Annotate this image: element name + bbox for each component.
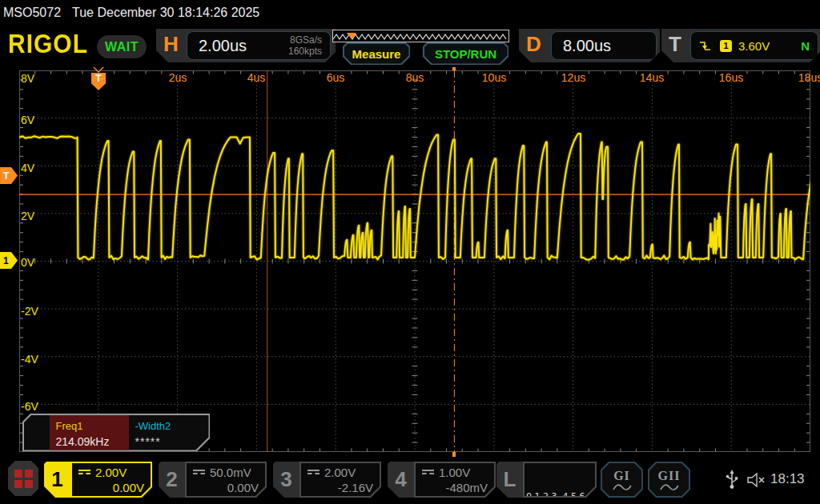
digital-channels-status[interactable]: L 0 1 2 3 4 5 6 7 8 9 1011 12131415	[496, 462, 597, 498]
channel2-scale: 50.0mV	[210, 466, 251, 479]
volt-label: 6V	[21, 114, 34, 126]
delay-cursor-tick	[452, 67, 456, 70]
channel1-status[interactable]: 1 2.00V 0.00V	[44, 462, 152, 498]
channel3-status[interactable]: 3 2.00V -2.16V	[273, 462, 381, 498]
measure-button-label: Measure	[344, 44, 409, 64]
channel4-offset: -480mV	[422, 481, 488, 494]
sine-wave-icon	[613, 483, 632, 491]
bottom-status-bar: 1 2.00V 0.00V 2 50.0mV 0.00V 3 2.00V -2.…	[0, 458, 820, 504]
channel2-tab[interactable]: 2	[159, 462, 185, 498]
d-label: D	[526, 32, 541, 57]
falling-edge-icon	[699, 40, 712, 51]
delay-value: 8.00us	[552, 37, 611, 55]
time-label: 12us	[545, 71, 601, 84]
dc-coupling-icon	[78, 470, 90, 475]
volt-label: 8V	[21, 72, 34, 85]
channel4-tab[interactable]: 4	[388, 462, 414, 498]
channel2-status[interactable]: 2 50.0mV 0.00V	[159, 462, 267, 498]
time-label: 14us	[624, 71, 680, 84]
stop-run-button-label: STOP/RUN	[424, 44, 508, 64]
oscilloscope-screen: MSO5072 Tue December 30 18:14:26 2025 RI…	[0, 0, 820, 504]
trigger-position-pointer-icon[interactable]	[93, 67, 104, 73]
clock: 18:13	[770, 471, 805, 487]
measurement-item-freq1[interactable]: Freq1 214.09kHz	[50, 415, 129, 450]
time-label: 6us	[308, 71, 364, 84]
trigger-panel[interactable]: T 1 3.60V N	[661, 29, 820, 62]
generator2-label: GII	[658, 469, 681, 483]
measurement-results-box[interactable]: Freq1 214.09kHz -Width2 *****	[22, 414, 210, 451]
model-name: MSO5072	[3, 6, 61, 20]
dc-coupling-icon	[308, 470, 320, 475]
channel1-tab[interactable]: 1	[44, 462, 70, 498]
t-label: T	[669, 32, 681, 57]
timebase-value: 2.00us	[187, 37, 247, 55]
generator1-label: GI	[613, 469, 630, 483]
time-label: 16us	[703, 71, 759, 84]
time-label: 18us	[782, 71, 820, 84]
horizontal-scale-panel[interactable]: H 2.00us 8GSa/s 160kpts	[156, 29, 336, 62]
dc-coupling-icon	[422, 470, 434, 475]
time-label: 8us	[387, 71, 443, 84]
volt-label: -6V	[21, 400, 38, 413]
delay-panel[interactable]: D 8.00us	[519, 29, 660, 62]
stop-run-button[interactable]: STOP/RUN	[423, 42, 508, 65]
graticule-area: 8V 6V 4V 2V 0V -2V -4V -6V 2us 4us 6us 8…	[0, 67, 820, 458]
speaker-muted-icon	[747, 472, 768, 488]
grid-icon	[14, 470, 33, 488]
generator1-button[interactable]: GI	[601, 462, 643, 498]
horizontal-position-indicator[interactable]	[332, 30, 509, 42]
memory-depth: 160kpts	[288, 46, 322, 57]
trigger-source-badge: 1	[720, 40, 732, 52]
acquisition-status-badge: WAIT	[97, 35, 147, 58]
title-bar: MSO5072 Tue December 30 18:14:26 2025	[0, 0, 820, 24]
measurement-name: Freq1	[56, 420, 123, 432]
h-label: H	[163, 32, 179, 57]
sample-rate: 8GSa/s	[288, 34, 322, 46]
volt-label: 0V	[21, 256, 34, 269]
trigger-level-value: 3.60V	[738, 39, 770, 53]
usb-icon	[725, 470, 739, 490]
volt-label: 4V	[21, 162, 34, 174]
channel4-status[interactable]: 4 1.00V -480mV	[388, 462, 496, 498]
time-label: 2us	[150, 71, 206, 84]
measurement-value: 214.09kHz	[56, 435, 123, 448]
menu-grid-button[interactable]	[8, 461, 38, 496]
channel3-tab[interactable]: 3	[273, 462, 299, 498]
channel3-scale: 2.00V	[324, 466, 356, 479]
generator2-button[interactable]: GII	[648, 462, 690, 498]
datetime: Tue December 30 18:14:26 2025	[72, 6, 259, 20]
measurement-value: *****	[135, 435, 171, 448]
channel3-offset: -2.16V	[308, 481, 373, 494]
time-label: 4us	[228, 71, 284, 84]
dc-coupling-icon	[193, 470, 205, 475]
trigger-level-marker[interactable]: T	[0, 167, 18, 184]
channel4-scale: 1.00V	[439, 466, 470, 479]
waveform-display	[19, 70, 810, 452]
volt-label: -4V	[21, 353, 38, 366]
delay-cursor-tick	[452, 452, 456, 457]
volt-label: -2V	[21, 305, 38, 318]
trigger-noise-reject-flag: N	[801, 39, 810, 53]
digital-tab[interactable]: L	[496, 462, 523, 498]
waveform-overview-icon	[333, 32, 507, 42]
time-label: 10us	[466, 71, 522, 84]
volt-label: 2V	[21, 210, 34, 222]
measurement-item-width2[interactable]: -Width2 *****	[129, 415, 178, 450]
rigol-logo: RIGOL	[8, 30, 88, 59]
channel1-offset: 0.00V	[78, 481, 144, 494]
channel1-ground-marker[interactable]: 1	[0, 252, 18, 269]
channel2-offset: 0.00V	[193, 481, 259, 494]
sine-wave-icon	[660, 483, 679, 491]
measure-button[interactable]: Measure	[343, 42, 410, 65]
channel1-scale: 2.00V	[95, 466, 127, 479]
measurement-name: -Width2	[135, 420, 171, 432]
